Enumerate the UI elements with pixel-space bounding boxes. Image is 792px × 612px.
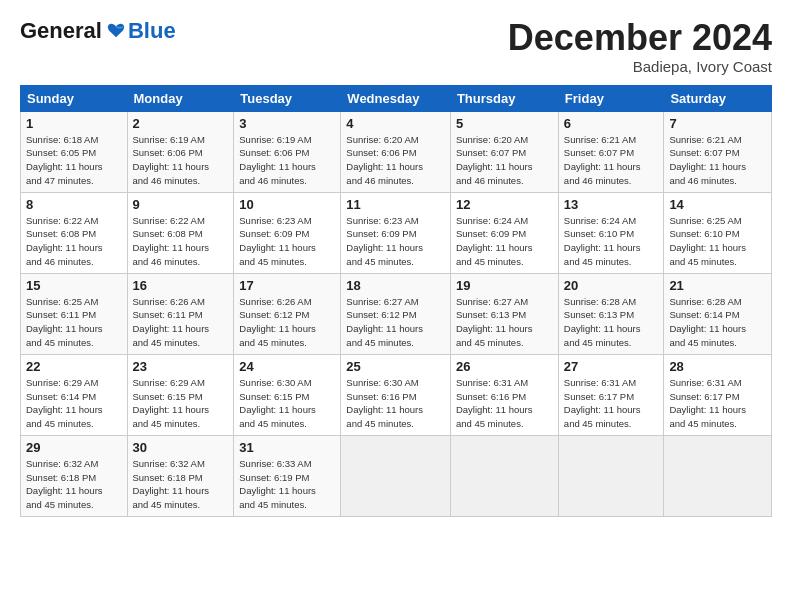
day-info: Sunrise: 6:29 AM Sunset: 6:14 PM Dayligh… — [26, 376, 122, 431]
table-row: 31Sunrise: 6:33 AM Sunset: 6:19 PM Dayli… — [234, 435, 341, 516]
header: General Blue December 2024 Badiepa, Ivor… — [20, 18, 772, 75]
day-info: Sunrise: 6:29 AM Sunset: 6:15 PM Dayligh… — [133, 376, 229, 431]
day-number: 8 — [26, 197, 122, 212]
day-number: 6 — [564, 116, 659, 131]
calendar-week-row: 29Sunrise: 6:32 AM Sunset: 6:18 PM Dayli… — [21, 435, 772, 516]
day-info: Sunrise: 6:21 AM Sunset: 6:07 PM Dayligh… — [564, 133, 659, 188]
table-row: 22Sunrise: 6:29 AM Sunset: 6:14 PM Dayli… — [21, 354, 128, 435]
day-info: Sunrise: 6:19 AM Sunset: 6:06 PM Dayligh… — [239, 133, 335, 188]
day-info: Sunrise: 6:22 AM Sunset: 6:08 PM Dayligh… — [133, 214, 229, 269]
logo-text: General Blue — [20, 18, 176, 44]
page: General Blue December 2024 Badiepa, Ivor… — [0, 0, 792, 612]
day-info: Sunrise: 6:18 AM Sunset: 6:05 PM Dayligh… — [26, 133, 122, 188]
day-info: Sunrise: 6:31 AM Sunset: 6:16 PM Dayligh… — [456, 376, 553, 431]
table-row: 14Sunrise: 6:25 AM Sunset: 6:10 PM Dayli… — [664, 192, 772, 273]
table-row — [664, 435, 772, 516]
day-info: Sunrise: 6:33 AM Sunset: 6:19 PM Dayligh… — [239, 457, 335, 512]
day-number: 3 — [239, 116, 335, 131]
day-info: Sunrise: 6:21 AM Sunset: 6:07 PM Dayligh… — [669, 133, 766, 188]
table-row: 11Sunrise: 6:23 AM Sunset: 6:09 PM Dayli… — [341, 192, 451, 273]
location: Badiepa, Ivory Coast — [508, 58, 772, 75]
table-row: 4Sunrise: 6:20 AM Sunset: 6:06 PM Daylig… — [341, 111, 451, 192]
day-number: 25 — [346, 359, 445, 374]
day-number: 27 — [564, 359, 659, 374]
day-number: 24 — [239, 359, 335, 374]
table-row: 28Sunrise: 6:31 AM Sunset: 6:17 PM Dayli… — [664, 354, 772, 435]
day-info: Sunrise: 6:26 AM Sunset: 6:12 PM Dayligh… — [239, 295, 335, 350]
day-info: Sunrise: 6:32 AM Sunset: 6:18 PM Dayligh… — [26, 457, 122, 512]
calendar: Sunday Monday Tuesday Wednesday Thursday… — [20, 85, 772, 517]
day-number: 2 — [133, 116, 229, 131]
day-number: 20 — [564, 278, 659, 293]
day-number: 4 — [346, 116, 445, 131]
day-number: 14 — [669, 197, 766, 212]
table-row: 10Sunrise: 6:23 AM Sunset: 6:09 PM Dayli… — [234, 192, 341, 273]
day-info: Sunrise: 6:23 AM Sunset: 6:09 PM Dayligh… — [239, 214, 335, 269]
day-number: 17 — [239, 278, 335, 293]
table-row: 12Sunrise: 6:24 AM Sunset: 6:09 PM Dayli… — [450, 192, 558, 273]
day-number: 12 — [456, 197, 553, 212]
table-row: 3Sunrise: 6:19 AM Sunset: 6:06 PM Daylig… — [234, 111, 341, 192]
day-info: Sunrise: 6:27 AM Sunset: 6:12 PM Dayligh… — [346, 295, 445, 350]
table-row: 13Sunrise: 6:24 AM Sunset: 6:10 PM Dayli… — [558, 192, 664, 273]
day-number: 31 — [239, 440, 335, 455]
table-row — [450, 435, 558, 516]
table-row: 17Sunrise: 6:26 AM Sunset: 6:12 PM Dayli… — [234, 273, 341, 354]
day-info: Sunrise: 6:32 AM Sunset: 6:18 PM Dayligh… — [133, 457, 229, 512]
calendar-week-row: 8Sunrise: 6:22 AM Sunset: 6:08 PM Daylig… — [21, 192, 772, 273]
day-number: 9 — [133, 197, 229, 212]
day-number: 28 — [669, 359, 766, 374]
table-row: 1Sunrise: 6:18 AM Sunset: 6:05 PM Daylig… — [21, 111, 128, 192]
day-number: 22 — [26, 359, 122, 374]
day-number: 1 — [26, 116, 122, 131]
table-row: 29Sunrise: 6:32 AM Sunset: 6:18 PM Dayli… — [21, 435, 128, 516]
table-row: 20Sunrise: 6:28 AM Sunset: 6:13 PM Dayli… — [558, 273, 664, 354]
table-row: 16Sunrise: 6:26 AM Sunset: 6:11 PM Dayli… — [127, 273, 234, 354]
table-row: 2Sunrise: 6:19 AM Sunset: 6:06 PM Daylig… — [127, 111, 234, 192]
day-info: Sunrise: 6:31 AM Sunset: 6:17 PM Dayligh… — [669, 376, 766, 431]
table-row — [341, 435, 451, 516]
col-thursday: Thursday — [450, 85, 558, 111]
logo-general: General — [20, 18, 102, 44]
col-friday: Friday — [558, 85, 664, 111]
day-info: Sunrise: 6:30 AM Sunset: 6:16 PM Dayligh… — [346, 376, 445, 431]
table-row: 27Sunrise: 6:31 AM Sunset: 6:17 PM Dayli… — [558, 354, 664, 435]
table-row: 5Sunrise: 6:20 AM Sunset: 6:07 PM Daylig… — [450, 111, 558, 192]
calendar-header-row: Sunday Monday Tuesday Wednesday Thursday… — [21, 85, 772, 111]
day-number: 19 — [456, 278, 553, 293]
day-number: 29 — [26, 440, 122, 455]
day-number: 13 — [564, 197, 659, 212]
day-info: Sunrise: 6:26 AM Sunset: 6:11 PM Dayligh… — [133, 295, 229, 350]
day-info: Sunrise: 6:23 AM Sunset: 6:09 PM Dayligh… — [346, 214, 445, 269]
day-info: Sunrise: 6:31 AM Sunset: 6:17 PM Dayligh… — [564, 376, 659, 431]
logo: General Blue — [20, 18, 176, 44]
day-info: Sunrise: 6:20 AM Sunset: 6:06 PM Dayligh… — [346, 133, 445, 188]
title-block: December 2024 Badiepa, Ivory Coast — [508, 18, 772, 75]
table-row: 15Sunrise: 6:25 AM Sunset: 6:11 PM Dayli… — [21, 273, 128, 354]
day-number: 15 — [26, 278, 122, 293]
day-info: Sunrise: 6:25 AM Sunset: 6:11 PM Dayligh… — [26, 295, 122, 350]
table-row: 21Sunrise: 6:28 AM Sunset: 6:14 PM Dayli… — [664, 273, 772, 354]
table-row: 18Sunrise: 6:27 AM Sunset: 6:12 PM Dayli… — [341, 273, 451, 354]
day-info: Sunrise: 6:27 AM Sunset: 6:13 PM Dayligh… — [456, 295, 553, 350]
day-number: 18 — [346, 278, 445, 293]
col-sunday: Sunday — [21, 85, 128, 111]
table-row: 9Sunrise: 6:22 AM Sunset: 6:08 PM Daylig… — [127, 192, 234, 273]
calendar-week-row: 15Sunrise: 6:25 AM Sunset: 6:11 PM Dayli… — [21, 273, 772, 354]
day-info: Sunrise: 6:28 AM Sunset: 6:13 PM Dayligh… — [564, 295, 659, 350]
day-info: Sunrise: 6:28 AM Sunset: 6:14 PM Dayligh… — [669, 295, 766, 350]
col-monday: Monday — [127, 85, 234, 111]
bird-icon — [107, 22, 125, 40]
day-info: Sunrise: 6:30 AM Sunset: 6:15 PM Dayligh… — [239, 376, 335, 431]
table-row: 24Sunrise: 6:30 AM Sunset: 6:15 PM Dayli… — [234, 354, 341, 435]
table-row: 25Sunrise: 6:30 AM Sunset: 6:16 PM Dayli… — [341, 354, 451, 435]
calendar-week-row: 1Sunrise: 6:18 AM Sunset: 6:05 PM Daylig… — [21, 111, 772, 192]
day-info: Sunrise: 6:19 AM Sunset: 6:06 PM Dayligh… — [133, 133, 229, 188]
day-info: Sunrise: 6:25 AM Sunset: 6:10 PM Dayligh… — [669, 214, 766, 269]
day-number: 5 — [456, 116, 553, 131]
day-number: 11 — [346, 197, 445, 212]
table-row: 23Sunrise: 6:29 AM Sunset: 6:15 PM Dayli… — [127, 354, 234, 435]
day-number: 16 — [133, 278, 229, 293]
day-number: 10 — [239, 197, 335, 212]
table-row: 8Sunrise: 6:22 AM Sunset: 6:08 PM Daylig… — [21, 192, 128, 273]
